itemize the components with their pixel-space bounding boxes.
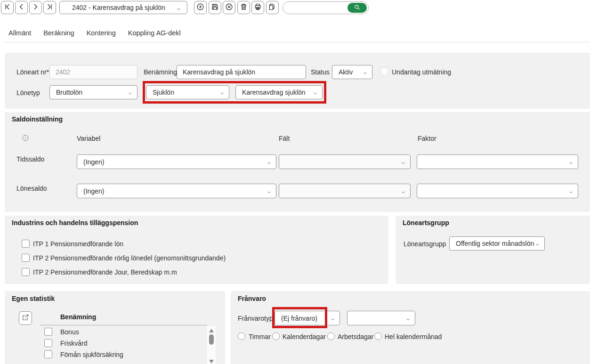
itp2-jour-label: ITP 2 Pensionsmedförande Jour, Beredskap… — [33, 268, 177, 276]
radio-hel-kalendermanad[interactable] — [374, 332, 382, 340]
previous-record-button[interactable] — [15, 1, 28, 14]
scrollbar-thumb[interactable] — [209, 334, 214, 345]
list-scrollbar[interactable] — [207, 326, 216, 364]
chevron-right-icon — [32, 3, 40, 12]
lonesaldo-falt-select[interactable] — [279, 184, 411, 198]
save-button[interactable] — [209, 1, 221, 14]
tidssaldo-faktor-select[interactable] — [417, 154, 578, 169]
radio-hel-kalendermanad-label: Hel kalendermånad — [385, 333, 442, 340]
print-button[interactable] — [251, 1, 264, 14]
itp2-rorlig-label: ITP 2 Pensionsmedförande rörlig lönedel … — [33, 254, 226, 262]
chevron-down-icon — [176, 6, 181, 13]
cancel-button[interactable] — [223, 1, 235, 14]
toolbar: 2402 - Karensavdrag på sjuklön — [0, 0, 590, 16]
record-selector[interactable]: 2402 - Karensavdrag på sjuklön — [59, 1, 187, 14]
statistik-bonus-checkbox[interactable] — [44, 328, 52, 336]
last-record-icon — [46, 3, 54, 12]
loneartsgrupp-value: Offentlig sektor månadslön — [456, 240, 534, 247]
statistik-friskvard-label: Friskvård — [60, 340, 88, 347]
itp1-checkbox[interactable] — [22, 240, 30, 248]
delete-button[interactable] — [237, 1, 250, 14]
lonetyp-sub2-value: Karensavdrag sjuklön — [242, 89, 306, 96]
radio-kalenderdagar[interactable] — [272, 332, 280, 340]
tab-kontering[interactable]: Kontering — [87, 29, 116, 40]
chevron-down-icon — [128, 90, 133, 95]
search-input[interactable] — [289, 2, 348, 13]
status-label: Status — [311, 68, 330, 76]
itp2-jour-checkbox[interactable] — [22, 268, 30, 276]
chevron-left-icon — [17, 3, 25, 12]
save-icon — [211, 3, 219, 12]
lonesaldo-variabel-select[interactable]: (Ingen) — [77, 184, 276, 198]
saldo-panel: Saldoinställning Variabel Fält Faktor Ti… — [5, 112, 590, 212]
lonetyp-sub1-select[interactable]: Sjuklön — [146, 85, 229, 99]
chevron-down-icon — [363, 70, 368, 75]
lonesaldo-label: Lönesaldo — [16, 185, 47, 192]
tidssaldo-variabel-value: (Ingen) — [83, 158, 104, 166]
x-circle-icon — [225, 3, 233, 12]
statistik-sjukforsakring-checkbox[interactable] — [44, 350, 52, 358]
chevron-down-icon — [405, 316, 411, 321]
edit-statistik-button[interactable] — [19, 311, 32, 325]
radio-arbetsdagar[interactable] — [327, 332, 335, 340]
copy-button[interactable] — [266, 1, 279, 14]
loneartsgrupp-select[interactable]: Offentlig sektor månadslön — [449, 236, 545, 251]
benamning-field[interactable] — [177, 65, 306, 79]
loneart-nr-field[interactable] — [49, 65, 137, 79]
itp2-rorlig-checkbox[interactable] — [22, 254, 30, 262]
benamning-column-header: Benämning — [60, 313, 96, 321]
first-record-button[interactable] — [1, 1, 14, 14]
lonetyp-sub1-value: Sjuklön — [153, 89, 174, 96]
chevron-down-icon — [401, 160, 406, 165]
copy-document-icon — [268, 3, 276, 12]
tab-divider — [5, 42, 590, 42]
franvarotyp-value: (Ej frånvaro) — [281, 315, 317, 322]
undantag-utmatning-checkbox[interactable] — [380, 67, 388, 75]
chevron-down-icon — [313, 90, 318, 95]
chevron-down-icon — [330, 316, 335, 321]
franvarotyp-select[interactable]: (Ej frånvaro) — [275, 311, 340, 325]
open-edit-icon — [22, 314, 29, 323]
search-button[interactable] — [348, 3, 367, 13]
plus-circle-icon — [196, 3, 204, 12]
tab-bar: Allmänt Beräkning Kontering Koppling AG-… — [8, 29, 181, 40]
next-record-button[interactable] — [29, 1, 42, 14]
last-record-button[interactable] — [43, 1, 56, 14]
loneart-nr-label: Löneart nr* — [16, 68, 49, 76]
radio-kalenderdagar-label: Kalenderdagar — [283, 333, 326, 340]
lonetyp-sub2-select[interactable]: Karensavdrag sjuklön — [235, 85, 323, 99]
tab-allmant[interactable]: Allmänt — [8, 29, 31, 40]
lonetyp-label: Lönetyp — [16, 89, 40, 97]
status-value: Aktiv — [339, 68, 353, 76]
lonetyp-select[interactable]: Bruttolön — [49, 85, 137, 99]
column-divider — [40, 325, 207, 325]
info-icon[interactable] — [22, 134, 29, 143]
saldo-title: Saldoinställning — [12, 115, 63, 123]
chevron-down-icon — [267, 160, 272, 165]
franvaro-unit-select[interactable] — [347, 311, 415, 325]
tidssaldo-variabel-select[interactable]: (Ingen) — [77, 154, 276, 169]
statistik-friskvard-checkbox[interactable] — [44, 339, 52, 347]
loneart-window: 2402 - Karensavdrag på sjuklön — [0, 0, 590, 364]
chevron-down-icon — [568, 160, 574, 165]
benamning-label: Benämning* — [144, 68, 179, 76]
general-panel: Löneart nr* Benämning* Status Aktiv Unda… — [5, 53, 590, 109]
tab-berakning[interactable]: Beräkning — [43, 29, 74, 40]
add-record-button[interactable] — [194, 1, 207, 14]
itp-panel: Industrins och handelns tilläggspension … — [5, 216, 388, 284]
franvaro-panel: Frånvaro Frånvarotyp (Ej frånvaro) Timma… — [231, 291, 590, 364]
statistik-bonus-label: Bonus — [60, 328, 79, 336]
loneartsgrupp-panel: Löneartsgrupp Löneartsgrupp Offentlig se… — [396, 216, 590, 284]
lonesaldo-faktor-select[interactable] — [417, 184, 578, 198]
radio-timmar-label: Timmar — [249, 333, 271, 340]
saldo-col-falt: Fält — [279, 135, 290, 142]
itp-title: Industrins och handelns tilläggspension — [12, 219, 138, 226]
lonetyp-value: Bruttolön — [56, 89, 82, 96]
tidssaldo-falt-select[interactable] — [279, 154, 411, 169]
tab-koppling-ag-dekl[interactable]: Koppling AG-dekl — [128, 29, 181, 40]
status-select[interactable]: Aktiv — [332, 65, 372, 79]
scroll-up-icon[interactable] — [209, 329, 214, 332]
scroll-down-icon[interactable] — [209, 360, 214, 364]
franvarotyp-label: Frånvarotyp — [238, 315, 273, 322]
radio-timmar[interactable] — [238, 332, 245, 340]
